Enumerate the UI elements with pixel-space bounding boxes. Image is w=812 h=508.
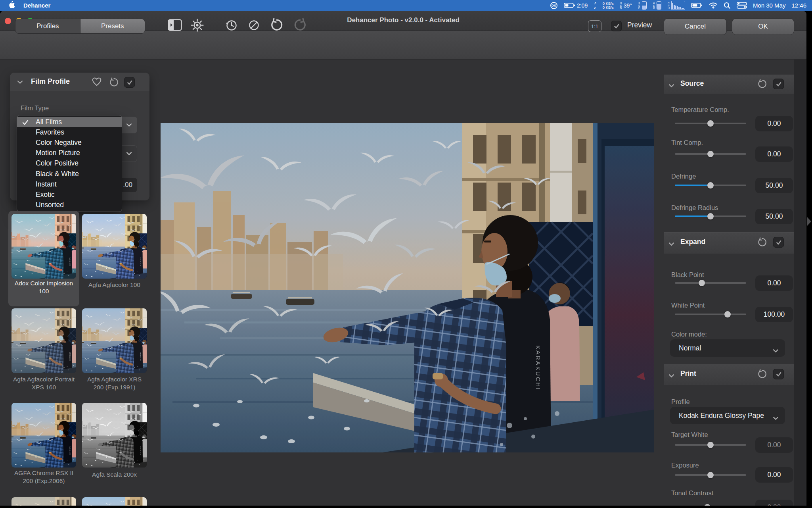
reset-section-button[interactable] — [757, 237, 767, 249]
history-button[interactable] — [223, 17, 239, 33]
temperature-value: 39° — [624, 2, 632, 9]
settings-button[interactable] — [189, 17, 205, 33]
value-box[interactable]: 50.00 — [755, 178, 793, 193]
menu-item-all-films[interactable]: All Films — [17, 117, 122, 127]
profile-thumb-agfa-xrs-200[interactable] — [82, 308, 147, 373]
profile-caption: Agfa Scala 200x — [82, 471, 147, 479]
apple-menu[interactable] — [8, 1, 15, 10]
profile-thumb-partial[interactable] — [11, 497, 76, 506]
collapse-chevron-icon[interactable] — [668, 372, 674, 379]
menubar-date[interactable]: Mon 30 May — [753, 2, 786, 9]
panel-scrollbar[interactable] — [794, 60, 806, 506]
menu-item-motion-picture[interactable]: Motion Picture — [17, 148, 122, 158]
menubar-clock[interactable]: 12:46 — [791, 2, 806, 9]
menu-item-color-positive[interactable]: Color Positive — [17, 158, 122, 169]
check-icon — [613, 23, 620, 29]
tab-profiles[interactable]: Profiles — [15, 19, 80, 33]
collapse-chevron-icon[interactable] — [668, 82, 674, 89]
apple-icon — [8, 1, 15, 9]
defringe-slider[interactable] — [675, 185, 746, 186]
preview-checkbox[interactable] — [611, 21, 622, 31]
app-toolbar — [0, 31, 806, 60]
target-white-slider[interactable] — [675, 444, 746, 446]
print-profile-select[interactable]: Kodak Endura Glossy Pape — [670, 407, 785, 424]
tab-presets[interactable]: Presets — [80, 19, 145, 33]
mem-label: MEM — [653, 2, 655, 9]
expand-enabled-checkbox[interactable] — [773, 237, 784, 248]
profile-thumb-partial[interactable] — [82, 497, 147, 506]
mem-gauge-item[interactable]: MEM — [653, 1, 661, 10]
cpu-chart-item[interactable]: CPU — [667, 1, 685, 10]
network-arrows-icon[interactable]: ↗↙ — [594, 2, 597, 9]
reset-section-button[interactable] — [757, 369, 767, 381]
ssd-gauge-item[interactable]: SSD — [638, 1, 647, 10]
color-mode-select[interactable]: Normal — [670, 339, 785, 357]
menu-item-unsorted[interactable]: Unsorted — [17, 200, 122, 210]
white-point-slider[interactable] — [675, 314, 746, 315]
ok-button[interactable]: OK — [732, 19, 794, 35]
menu-item-instant[interactable]: Instant — [17, 179, 122, 189]
wifi-icon[interactable] — [709, 2, 718, 9]
source-enabled-checkbox[interactable] — [773, 79, 784, 89]
reset-section-button[interactable] — [109, 77, 119, 89]
collapse-chevron-icon[interactable] — [17, 79, 23, 86]
creative-cloud-icon[interactable] — [550, 2, 558, 10]
sensor-temp-item[interactable]: SEN 39° — [620, 2, 632, 9]
menu-item-favorites[interactable]: Favorites — [17, 127, 122, 137]
battery-time-item[interactable]: 2:09 — [564, 2, 588, 9]
favorite-button[interactable] — [92, 77, 102, 88]
value-box[interactable]: 0.00 — [755, 500, 793, 506]
panel-reveal-arrow[interactable] — [807, 217, 811, 226]
temperature-slider[interactable] — [675, 123, 746, 124]
battery-status-icon[interactable] — [691, 2, 703, 8]
value-text: 0.00 — [767, 471, 781, 479]
undo-button[interactable] — [269, 17, 285, 33]
value-box[interactable]: 0.00 — [755, 467, 793, 483]
value-box[interactable]: 100.00 — [755, 307, 793, 322]
defringe-radius-slider[interactable] — [675, 216, 746, 217]
profile-thumb-adox-color-implosion-100[interactable] — [11, 214, 76, 279]
black-point-slider[interactable] — [675, 282, 746, 284]
film-type-label: Film Type — [21, 104, 49, 112]
slider-label: Exposure — [671, 462, 699, 469]
value-box[interactable]: 0.00 — [755, 146, 793, 162]
preview-image[interactable] — [161, 123, 654, 452]
network-speed-item[interactable]: 0 KB/s 0 KB/s — [603, 2, 614, 10]
tint-slider[interactable] — [675, 153, 746, 155]
exposure-slider[interactable] — [675, 474, 746, 476]
value-text: 0.00 — [767, 503, 781, 506]
chevron-down-icon — [773, 414, 779, 422]
collapse-chevron-icon[interactable] — [668, 241, 674, 248]
film-profile-enabled-checkbox[interactable] — [124, 77, 135, 88]
color-mode-value: Normal — [679, 344, 701, 352]
tonal-contrast-slider-thumb[interactable] — [704, 504, 710, 506]
profile-thumb-agfa-chrome-rsx-ii-200[interactable] — [11, 403, 76, 468]
split-view-button[interactable] — [167, 17, 183, 33]
menu-item-black-white[interactable]: Black & White — [17, 169, 122, 179]
profile-thumb-agfa-agfacolor-100[interactable] — [82, 214, 147, 279]
print-enabled-checkbox[interactable] — [773, 369, 784, 379]
value-box[interactable]: 50.00 — [755, 209, 793, 224]
value-box[interactable]: 0.00 — [755, 275, 793, 291]
menu-item-exotic[interactable]: Exotic — [17, 189, 122, 200]
heart-icon — [92, 77, 102, 87]
menu-item-color-negative[interactable]: Color Negative — [17, 137, 122, 148]
split-view-icon — [168, 19, 182, 31]
section-title: Print — [680, 369, 696, 378]
profile-thumb-agfa-portrait-xps-160[interactable] — [11, 308, 76, 373]
control-center-icon[interactable] — [737, 2, 747, 9]
zoom-1-1-button[interactable]: 1:1 — [588, 20, 601, 32]
reset-section-button[interactable] — [757, 79, 767, 90]
battery-time: 2:09 — [577, 2, 588, 9]
spotlight-icon[interactable] — [724, 2, 731, 9]
disable-adjustments-button[interactable] — [246, 17, 262, 33]
menu-item-label: All Films — [36, 118, 62, 126]
redo-button[interactable] — [292, 17, 308, 33]
profile-thumb-agfa-scala-200x[interactable] — [82, 403, 147, 468]
value-box[interactable]: 0.00 — [755, 116, 793, 131]
app-menu-name[interactable]: Dehancer — [23, 2, 50, 9]
value-box[interactable]: 0.00 — [755, 437, 793, 453]
cancel-button[interactable]: Cancel — [664, 19, 726, 35]
slider-label: Tonal Contrast — [671, 489, 713, 497]
profile-caption: Adox Color Implosion 100 — [11, 279, 76, 295]
